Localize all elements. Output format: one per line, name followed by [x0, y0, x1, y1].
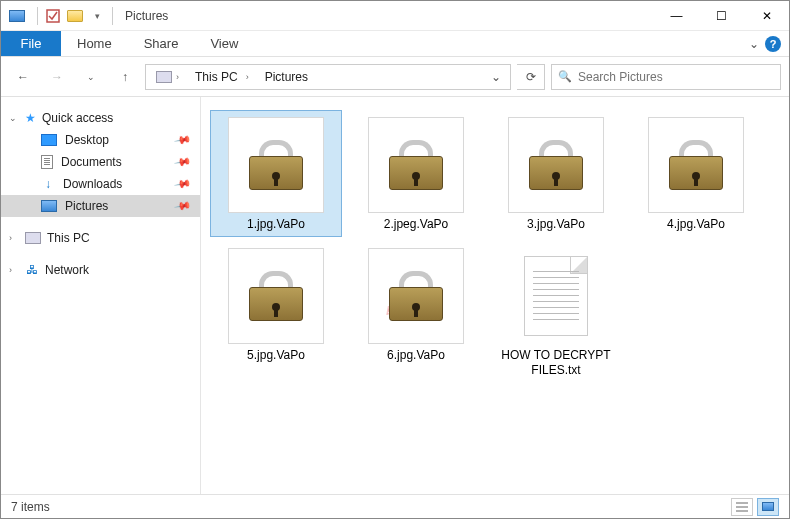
app-icon [7, 6, 27, 26]
lock-icon [228, 248, 324, 344]
qat-newfolder-icon[interactable] [64, 5, 86, 27]
recent-locations-button[interactable]: ⌄ [77, 63, 105, 91]
sidebar-item-downloads[interactable]: ↓ Downloads 📌 [1, 173, 200, 195]
sidebar-item-desktop[interactable]: Desktop 📌 [1, 129, 200, 151]
title-bar: ▾ Pictures — ☐ ✕ [1, 1, 789, 31]
help-icon[interactable]: ? [765, 36, 781, 52]
svg-rect-0 [47, 10, 59, 22]
file-name: 3.jpg.VaPo [527, 217, 585, 232]
tab-share[interactable]: Share [128, 31, 195, 56]
file-list[interactable]: 1.jpg.VaPo2.jpeg.VaPo3.jpg.VaPo4.jpg.VaP… [201, 97, 789, 494]
file-item[interactable]: 2.jpeg.VaPo [351, 111, 481, 236]
lock-icon [228, 117, 324, 213]
file-item[interactable]: 3.jpg.VaPo [491, 111, 621, 236]
status-bar: 7 items [1, 494, 789, 518]
search-icon: 🔍 [558, 70, 572, 83]
file-item[interactable]: 5.jpg.VaPo [211, 242, 341, 382]
file-name: 5.jpg.VaPo [247, 348, 305, 363]
file-item[interactable]: 6.jpg.VaPo [351, 242, 481, 382]
pc-icon [25, 232, 41, 244]
navigation-pane: ⌄ ★ Quick access Desktop 📌 Documents 📌 ↓… [1, 97, 201, 494]
pin-icon: 📌 [174, 175, 193, 194]
breadcrumb[interactable]: › This PC› Pictures ⌄ [145, 64, 511, 90]
pin-icon: 📌 [174, 197, 193, 216]
search-input[interactable] [578, 70, 774, 84]
up-button[interactable]: ↑ [111, 63, 139, 91]
sidebar-item-pictures[interactable]: Pictures 📌 [1, 195, 200, 217]
file-name: 2.jpeg.VaPo [384, 217, 449, 232]
nav-this-pc[interactable]: › This PC [1, 227, 200, 249]
ribbon-expand-icon[interactable]: ⌄ [749, 37, 759, 51]
textfile-icon [508, 248, 604, 344]
file-item[interactable]: HOW TO DECRYPT FILES.txt [491, 242, 621, 382]
file-name: 4.jpg.VaPo [667, 217, 725, 232]
address-bar-row: ← → ⌄ ↑ › This PC› Pictures ⌄ ⟳ 🔍 [1, 57, 789, 97]
lock-icon [508, 117, 604, 213]
pin-icon: 📌 [174, 131, 193, 150]
pin-icon: 📌 [174, 153, 193, 172]
file-name: HOW TO DECRYPT FILES.txt [496, 348, 616, 378]
window-title: Pictures [125, 9, 168, 23]
lock-icon [368, 248, 464, 344]
tab-view[interactable]: View [194, 31, 254, 56]
file-item[interactable]: 4.jpg.VaPo [631, 111, 761, 236]
back-button[interactable]: ← [9, 63, 37, 91]
breadcrumb-root-icon[interactable]: › [150, 69, 185, 85]
download-icon: ↓ [41, 177, 55, 191]
tab-file[interactable]: File [1, 31, 61, 56]
sidebar-item-documents[interactable]: Documents 📌 [1, 151, 200, 173]
icons-view-button[interactable] [757, 498, 779, 516]
document-icon [41, 155, 53, 169]
file-item[interactable]: 1.jpg.VaPo [211, 111, 341, 236]
pictures-icon [41, 200, 57, 212]
star-icon: ★ [25, 111, 36, 125]
file-name: 6.jpg.VaPo [387, 348, 445, 363]
forward-button[interactable]: → [43, 63, 71, 91]
breadcrumb-pictures[interactable]: Pictures [259, 68, 314, 86]
nav-quick-access[interactable]: ⌄ ★ Quick access [1, 107, 200, 129]
close-button[interactable]: ✕ [744, 1, 789, 30]
refresh-button[interactable]: ⟳ [517, 64, 545, 90]
qat-dropdown-icon[interactable]: ▾ [86, 5, 108, 27]
maximize-button[interactable]: ☐ [699, 1, 744, 30]
desktop-icon [41, 134, 57, 146]
breadcrumb-dropdown-icon[interactable]: ⌄ [486, 70, 506, 84]
search-box[interactable]: 🔍 [551, 64, 781, 90]
lock-icon [648, 117, 744, 213]
breadcrumb-this-pc[interactable]: This PC› [189, 68, 255, 86]
network-icon: 🖧 [25, 263, 39, 277]
nav-network[interactable]: › 🖧 Network [1, 259, 200, 281]
ribbon-tabs: File Home Share View ⌄ ? [1, 31, 789, 57]
tab-home[interactable]: Home [61, 31, 128, 56]
minimize-button[interactable]: — [654, 1, 699, 30]
file-name: 1.jpg.VaPo [247, 217, 305, 232]
lock-icon [368, 117, 464, 213]
qat-properties-icon[interactable] [42, 5, 64, 27]
item-count: 7 items [11, 500, 50, 514]
details-view-button[interactable] [731, 498, 753, 516]
